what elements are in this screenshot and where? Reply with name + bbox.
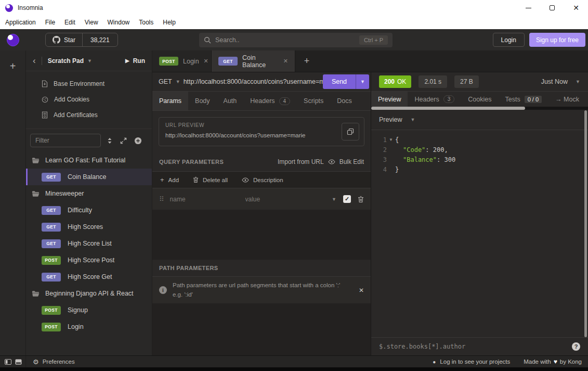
menu-item[interactable]: File xyxy=(41,19,60,26)
sidebar-request-item[interactable]: POSTLogin xyxy=(26,318,152,335)
bulk-edit-button[interactable]: Bulk Edit xyxy=(339,158,364,165)
chevron-down-icon[interactable]: ▼ xyxy=(176,79,180,84)
param-value-input[interactable] xyxy=(245,196,329,203)
toggle-bottom-panel-icon[interactable] xyxy=(15,359,22,365)
chevron-down-icon[interactable]: ▼ xyxy=(87,58,92,63)
jsonpath-filter-input[interactable] xyxy=(379,343,567,350)
tab-preview[interactable]: Preview xyxy=(371,92,408,107)
scrollbar-thumb[interactable] xyxy=(371,107,525,110)
tab-label: Coin Balance xyxy=(242,54,279,69)
copy-url-button[interactable] xyxy=(342,123,359,140)
tab-auth[interactable]: Auth xyxy=(217,92,244,110)
login-button[interactable]: Login xyxy=(493,33,525,47)
expand-icon[interactable] xyxy=(120,137,127,144)
method-selector[interactable]: GET xyxy=(159,78,172,85)
sidebar-folder-item[interactable]: Minesweeper xyxy=(26,185,152,202)
sidebar-item-base-environment[interactable]: Base Environment xyxy=(26,76,152,92)
menu-item[interactable]: Help xyxy=(158,19,180,26)
tabs-scrollbar[interactable] xyxy=(371,107,588,110)
filter-input[interactable] xyxy=(30,134,101,147)
folder-icon xyxy=(32,157,40,164)
sidebar-folder-item[interactable]: Beginning Django API & React xyxy=(26,285,152,302)
preferences-button[interactable]: ⚙ Preferences xyxy=(33,359,75,365)
new-tab-button[interactable]: + xyxy=(295,50,318,72)
close-tab-icon[interactable]: ✕ xyxy=(204,58,208,65)
workspace-name[interactable]: Scratch Pad xyxy=(48,57,84,65)
sidebar-item-add-cookies[interactable]: Add Cookies xyxy=(26,92,152,107)
param-enabled-checkbox[interactable]: ✓ xyxy=(343,195,351,203)
tab-coin-balance[interactable]: GET Coin Balance ✕ xyxy=(212,50,295,72)
tab-mock[interactable]: → Mock xyxy=(548,92,586,107)
response-history-dropdown[interactable]: Just Now ▼ xyxy=(541,78,580,85)
search-input[interactable] xyxy=(215,36,359,44)
sidebar-request-item[interactable]: GETCoin Balance xyxy=(26,169,152,185)
minimize-button[interactable] xyxy=(516,0,540,16)
add-request-plus-icon[interactable] xyxy=(134,137,142,145)
param-name-input[interactable] xyxy=(170,196,245,203)
response-scrollbar[interactable] xyxy=(584,110,587,337)
tab-console[interactable]: Console xyxy=(586,92,588,107)
menu-item[interactable]: Edit xyxy=(60,19,80,26)
tab-scripts[interactable]: Scripts xyxy=(297,92,330,110)
item-label: Minesweeper xyxy=(45,190,84,197)
close-button[interactable]: ✕ xyxy=(564,0,588,16)
tab-body[interactable]: Body xyxy=(188,92,217,110)
menu-item[interactable]: Application xyxy=(1,19,41,26)
drag-handle-icon[interactable]: ⠿ xyxy=(159,195,164,203)
tab-tests[interactable]: Tests 0 / 0 xyxy=(498,92,548,107)
sidebar-request-item[interactable]: GETHigh Score List xyxy=(26,235,152,252)
response-time-badge: 2.01 s xyxy=(419,75,447,88)
signup-button[interactable]: Sign up for free xyxy=(529,33,585,47)
sidebar-folder-item[interactable]: Learn GO Fast: Full Tutorial xyxy=(26,152,152,169)
run-button[interactable]: ▶ Run xyxy=(125,57,145,65)
status-bar: ⚙ Preferences ● Log in to see your proje… xyxy=(0,355,588,367)
login-hint[interactable]: ● Log in to see your projects xyxy=(433,359,510,365)
panes: GET ▼ http://localhost:8000/account/coin… xyxy=(152,72,588,355)
filter-help-icon[interactable]: ? xyxy=(572,342,580,351)
send-options-chevron-icon[interactable]: ▼ xyxy=(356,74,369,89)
toggle-description-button[interactable]: Description xyxy=(242,177,283,183)
send-button[interactable]: Send xyxy=(323,74,356,89)
import-from-url-button[interactable]: Import from URL xyxy=(278,158,324,165)
add-param-button[interactable]: + Add xyxy=(160,176,179,184)
sort-icon[interactable] xyxy=(107,137,113,144)
github-star-widget[interactable]: Star 38,221 xyxy=(45,33,118,47)
tab-headers[interactable]: Headers 4 xyxy=(243,92,297,110)
eye-icon[interactable] xyxy=(328,159,335,164)
github-star-button[interactable]: Star xyxy=(46,33,83,46)
global-search[interactable]: Ctrl + P xyxy=(199,33,393,47)
menu-item[interactable]: Window xyxy=(103,19,135,26)
close-tab-icon[interactable]: ✕ xyxy=(283,58,288,65)
dismiss-info-icon[interactable]: ✕ xyxy=(359,287,364,294)
sidebar-item-add-certificates[interactable]: Add Certificates xyxy=(26,107,152,123)
delete-all-label: Delete all xyxy=(203,177,228,183)
toggle-sidebar-icon[interactable] xyxy=(5,359,11,365)
tab-login[interactable]: POST Login ✕ xyxy=(152,50,212,72)
tab-cookies[interactable]: Cookies xyxy=(461,92,498,107)
maximize-button[interactable] xyxy=(540,0,564,16)
bottom-edge xyxy=(0,367,588,371)
menu-item[interactable]: View xyxy=(80,19,103,26)
method-badge: GET xyxy=(42,223,61,232)
sidebar-request-item[interactable]: GETHigh Score Get xyxy=(26,268,152,285)
response-body-editor[interactable]: 1 ▼ { 2 "Code" : 200, 3 "Balance" xyxy=(371,130,588,337)
json-key: "Balance" xyxy=(395,156,437,163)
new-project-plus-icon[interactable]: + xyxy=(10,61,16,355)
chevron-down-icon[interactable]: ▼ xyxy=(332,197,336,202)
tab-docs[interactable]: Docs xyxy=(330,92,358,110)
sidebar-request-item[interactable]: GETHigh Scores xyxy=(26,219,152,235)
menu-item[interactable]: Tools xyxy=(134,19,158,26)
method-badge: GET xyxy=(42,239,61,248)
sidebar-request-item[interactable]: GETDifficulty xyxy=(26,202,152,219)
sidebar-request-item[interactable]: POSTHigh Score Post xyxy=(26,252,152,268)
fold-caret-icon[interactable]: ▼ xyxy=(387,137,395,142)
tab-response-headers[interactable]: Headers 3 xyxy=(408,92,461,107)
trash-icon[interactable] xyxy=(358,196,364,203)
delete-all-button[interactable]: Delete all xyxy=(193,176,228,183)
preview-mode-dropdown[interactable]: Preview ▼ xyxy=(371,110,588,130)
tab-label: Login xyxy=(183,58,199,65)
github-star-count[interactable]: 38,221 xyxy=(83,33,117,46)
tab-params[interactable]: Params xyxy=(152,92,188,110)
back-chevron-icon[interactable]: ‹ xyxy=(33,56,36,65)
sidebar-request-item[interactable]: POSTSignup xyxy=(26,302,152,318)
